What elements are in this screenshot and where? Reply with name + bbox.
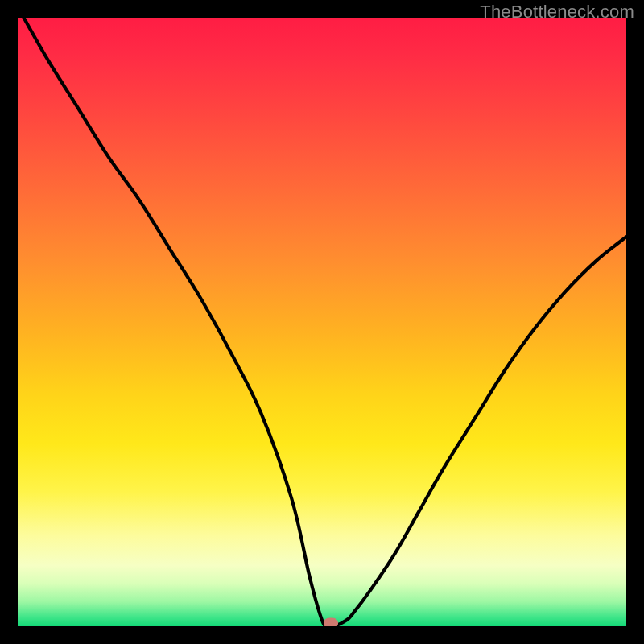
bottleneck-curve xyxy=(18,18,626,626)
plot-area xyxy=(18,18,626,626)
chart-frame: TheBottleneck.com xyxy=(0,0,644,644)
optimum-marker xyxy=(324,618,338,627)
